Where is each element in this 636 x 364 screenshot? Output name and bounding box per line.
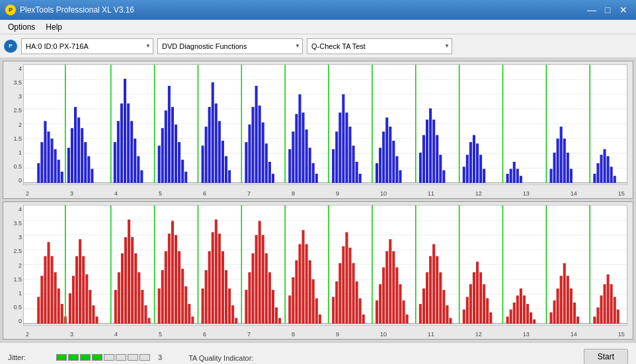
- menubar: Options Help: [0, 20, 636, 34]
- svg-rect-119: [553, 153, 556, 183]
- svg-rect-237: [395, 268, 398, 324]
- menu-options[interactable]: Options: [3, 21, 40, 33]
- jitter-meter: [56, 354, 150, 361]
- svg-rect-126: [593, 174, 596, 183]
- svg-rect-26: [114, 142, 116, 183]
- svg-rect-213: [302, 230, 305, 324]
- drive-select[interactable]: HA:0 ID:0 PX-716A: [21, 38, 153, 54]
- function-select[interactable]: DVD Diagnostic Functions: [157, 38, 303, 54]
- svg-rect-10: [44, 121, 46, 183]
- svg-rect-79: [342, 94, 344, 183]
- svg-rect-40: [171, 107, 174, 183]
- svg-rect-247: [436, 256, 438, 324]
- svg-rect-209: [288, 295, 291, 324]
- svg-rect-130: [607, 156, 610, 182]
- svg-rect-269: [526, 304, 529, 324]
- svg-rect-159: [95, 316, 98, 324]
- jitter-seg-8: [139, 354, 150, 361]
- svg-rect-11: [47, 131, 50, 183]
- drive-select-wrapper[interactable]: HA:0 ID:0 PX-716A: [21, 38, 153, 54]
- test-select[interactable]: Q-Check TA Test: [307, 38, 452, 54]
- svg-rect-278: [567, 275, 569, 323]
- svg-rect-207: [278, 318, 281, 324]
- svg-rect-82: [352, 145, 355, 182]
- app-icon: P: [5, 5, 16, 15]
- jitter-seg-7: [128, 354, 138, 361]
- svg-rect-105: [466, 155, 469, 183]
- test-select-wrapper[interactable]: Q-Check TA Test: [307, 38, 452, 54]
- svg-rect-192: [225, 270, 227, 324]
- svg-rect-38: [165, 110, 167, 183]
- svg-rect-185: [202, 289, 204, 324]
- svg-rect-107: [473, 135, 475, 182]
- svg-rect-170: [144, 305, 147, 324]
- svg-rect-115: [516, 169, 519, 183]
- svg-rect-253: [463, 310, 465, 324]
- svg-rect-191: [221, 251, 224, 324]
- svg-rect-232: [379, 284, 381, 324]
- bottom-chart-inner: [23, 205, 627, 326]
- svg-rect-17: [67, 148, 70, 183]
- svg-rect-194: [231, 305, 234, 324]
- svg-rect-265: [513, 303, 516, 324]
- function-select-wrapper[interactable]: DVD Diagnostic Functions: [157, 38, 303, 54]
- svg-rect-121: [560, 127, 563, 183]
- metrics-section: Jitter: 3 Peak Shift:: [8, 353, 162, 364]
- svg-rect-156: [85, 274, 88, 324]
- right-section: Start i: [584, 344, 628, 364]
- svg-rect-254: [466, 297, 469, 323]
- svg-rect-179: [178, 251, 180, 324]
- svg-rect-141: [37, 297, 40, 323]
- menu-help[interactable]: Help: [40, 21, 67, 33]
- svg-rect-281: [576, 316, 579, 324]
- svg-rect-218: [319, 314, 321, 324]
- svg-rect-204: [268, 272, 271, 324]
- start-button[interactable]: Start: [584, 349, 628, 364]
- svg-rect-238: [399, 284, 401, 324]
- svg-rect-195: [235, 318, 237, 324]
- svg-rect-110: [483, 169, 485, 183]
- svg-rect-19: [74, 107, 77, 183]
- charts-area: 4 3.5 3 2.5 2 1.5 1 0.5 0: [0, 58, 636, 342]
- svg-rect-106: [469, 142, 472, 183]
- svg-rect-189: [215, 219, 218, 324]
- svg-rect-221: [335, 281, 338, 324]
- plextools-logo: P: [4, 40, 17, 53]
- svg-rect-109: [479, 155, 482, 183]
- svg-rect-124: [570, 169, 573, 183]
- svg-rect-108: [476, 143, 479, 183]
- svg-rect-215: [309, 260, 311, 324]
- svg-rect-98: [429, 108, 432, 183]
- svg-rect-168: [138, 272, 140, 324]
- svg-rect-161: [114, 290, 117, 324]
- svg-rect-43: [181, 160, 184, 183]
- svg-rect-270: [530, 312, 532, 324]
- svg-rect-84: [359, 174, 362, 183]
- svg-rect-234: [385, 251, 388, 324]
- close-button[interactable]: ✕: [616, 3, 631, 17]
- svg-rect-22: [84, 142, 87, 183]
- svg-rect-180: [181, 269, 184, 324]
- svg-rect-97: [426, 120, 428, 183]
- svg-rect-54: [228, 170, 231, 183]
- maximize-button[interactable]: □: [600, 3, 615, 17]
- svg-rect-260: [486, 299, 489, 324]
- svg-rect-41: [175, 125, 177, 183]
- svg-rect-245: [429, 256, 432, 324]
- svg-rect-60: [258, 106, 261, 183]
- svg-rect-21: [81, 128, 83, 183]
- svg-rect-246: [432, 244, 435, 324]
- svg-rect-182: [188, 304, 190, 324]
- svg-rect-27: [117, 121, 120, 183]
- minimize-button[interactable]: —: [584, 3, 599, 17]
- bottom-chart-y-axis: 4 3.5 3 2.5 2 1.5 1 0.5 0: [5, 205, 23, 326]
- svg-rect-37: [161, 128, 164, 183]
- svg-rect-167: [134, 253, 137, 323]
- svg-rect-164: [124, 237, 127, 324]
- svg-rect-162: [118, 272, 120, 324]
- svg-rect-248: [439, 272, 442, 324]
- svg-rect-169: [141, 290, 143, 324]
- svg-rect-61: [262, 122, 264, 183]
- svg-rect-290: [617, 310, 619, 324]
- svg-rect-62: [265, 143, 268, 183]
